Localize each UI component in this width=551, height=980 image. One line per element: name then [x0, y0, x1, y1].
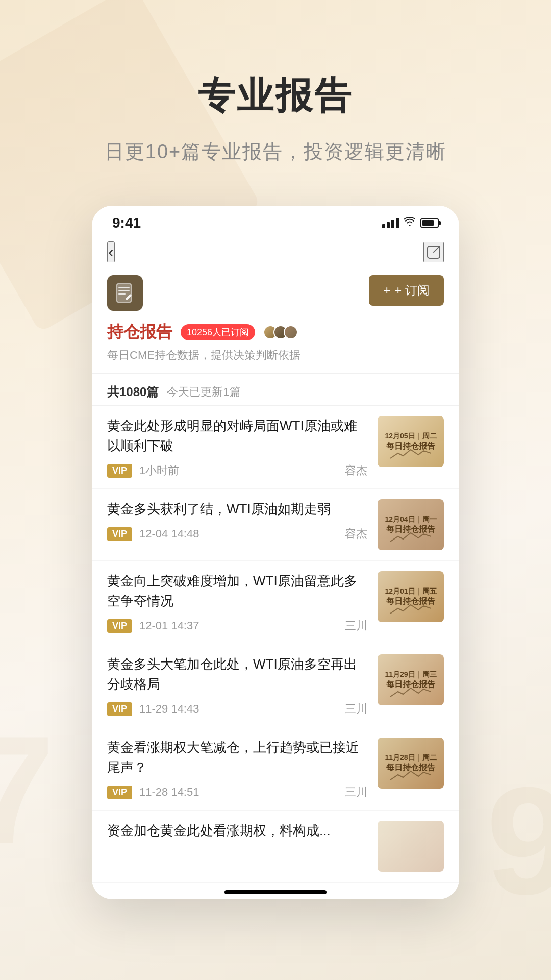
- article-content: 黄金多头获利了结，WTI原油如期走弱 VIP 12-04 14:48 容杰: [107, 499, 367, 542]
- thumb-date: 11月29日｜周三: [385, 670, 436, 679]
- subscriber-count: 10256人已订阅: [187, 326, 249, 338]
- share-button[interactable]: [423, 242, 444, 262]
- page-subtitle: 日更10+篇专业报告，投资逻辑更清晰: [105, 139, 446, 165]
- article-item[interactable]: 黄金向上突破难度增加，WTI原油留意此多空争夺情况 VIP 12-01 14:3…: [92, 561, 459, 644]
- article-thumbnail: 11月29日｜周三 每日持仓报告: [378, 654, 444, 705]
- article-meta: VIP 12-04 14:48 容杰: [107, 526, 367, 542]
- thumb-date: 12月04日｜周一: [385, 514, 436, 524]
- thumb-content: 11月29日｜周三 每日持仓报告: [378, 654, 444, 705]
- phone-mockup: 9:41 ‹: [92, 206, 459, 899]
- article-thumbnail: 12月01日｜周五 每日持仓报告: [378, 571, 444, 622]
- article-thumbnail: [378, 821, 444, 872]
- status-time: 9:41: [112, 215, 141, 231]
- article-author: 三川: [345, 785, 367, 800]
- article-thumbnail: 12月04日｜周一 每日持仓报告: [378, 499, 444, 550]
- article-title: 黄金多头大笔加仓此处，WTI原油多空再出分歧格局: [107, 654, 367, 694]
- meta-left: VIP 11-28 14:51: [107, 786, 199, 799]
- vip-badge: VIP: [107, 786, 132, 799]
- subscribe-button[interactable]: + + 订阅: [369, 275, 444, 306]
- article-time: 12-04 14:48: [139, 527, 199, 541]
- report-title-row: 持仓报告 10256人已订阅: [107, 321, 444, 344]
- article-content: 黄金多头大笔加仓此处，WTI原油多空再出分歧格局 VIP 11-29 14:43…: [107, 654, 367, 717]
- article-content: 黄金向上突破难度增加，WTI原油留意此多空争夺情况 VIP 12-01 14:3…: [107, 571, 367, 633]
- thumb-content: 12月05日｜周二 每日持仓报告: [378, 416, 444, 467]
- report-top-row: + + 订阅: [107, 275, 444, 311]
- article-time: 11-29 14:43: [139, 702, 199, 716]
- report-header: + + 订阅 持仓报告 10256人已订阅 每日CME持仓数据，提供决策判断依据: [92, 270, 459, 374]
- article-item[interactable]: 黄金多头大笔加仓此处，WTI原油多空再出分歧格局 VIP 11-29 14:43…: [92, 644, 459, 727]
- article-meta: VIP 12-01 14:37 三川: [107, 618, 367, 633]
- vip-badge: VIP: [107, 702, 132, 716]
- today-update-text: 今天已更新1篇: [167, 384, 240, 400]
- vip-badge: VIP: [107, 619, 132, 633]
- article-time: 11-28 14:51: [139, 786, 199, 799]
- article-time: 12-01 14:37: [139, 619, 199, 632]
- subscribe-label: + 订阅: [394, 282, 430, 299]
- article-item[interactable]: 黄金此处形成明显的对峙局面WTI原油或难以顺利下破 VIP 1小时前 容杰 12…: [92, 406, 459, 489]
- meta-left: VIP 11-29 14:43: [107, 702, 199, 716]
- svg-rect-1: [117, 284, 131, 302]
- avatar-3: [284, 325, 298, 339]
- article-title: 黄金此处形成明显的对峙局面WTI原油或难以顺利下破: [107, 416, 367, 456]
- back-button[interactable]: ‹: [107, 241, 115, 262]
- article-time: 1小时前: [139, 463, 179, 478]
- battery-icon: [420, 218, 439, 228]
- article-author: 三川: [345, 618, 367, 633]
- thumb-label: 每日持仓报告: [386, 763, 435, 773]
- meta-left: VIP 12-01 14:37: [107, 619, 199, 633]
- subscriber-avatars: [263, 325, 298, 339]
- article-title: 黄金看涨期权大笔减仓，上行趋势或已接近尾声？: [107, 738, 367, 777]
- article-thumbnail: 11月28日｜周二 每日持仓报告: [378, 738, 444, 789]
- article-author: 三川: [345, 701, 367, 717]
- thumb-date: 12月05日｜周二: [385, 431, 436, 440]
- vip-badge: VIP: [107, 527, 132, 541]
- report-description: 每日CME持仓数据，提供决策判断依据: [107, 348, 444, 363]
- article-title: 黄金多头获利了结，WTI原油如期走弱: [107, 499, 367, 519]
- thumb-label: 每日持仓报告: [386, 596, 435, 607]
- article-title: 黄金向上突破难度增加，WTI原油留意此多空争夺情况: [107, 571, 367, 611]
- article-meta: VIP 1小时前 容杰: [107, 463, 367, 478]
- thumb-label: 每日持仓报告: [386, 524, 435, 535]
- share-icon: [427, 245, 441, 259]
- article-content: 黄金此处形成明显的对峙局面WTI原油或难以顺利下破 VIP 1小时前 容杰: [107, 416, 367, 478]
- article-thumbnail: 12月05日｜周二 每日持仓报告: [378, 416, 444, 467]
- thumb-content: 12月04日｜周一 每日持仓报告: [378, 499, 444, 550]
- home-indicator: [224, 890, 327, 894]
- article-item[interactable]: 黄金多头获利了结，WTI原油如期走弱 VIP 12-04 14:48 容杰 12…: [92, 489, 459, 561]
- article-total-count: 共1080篇: [107, 384, 159, 400]
- status-bar: 9:41: [92, 206, 459, 236]
- thumb-content: 11月28日｜周二 每日持仓报告: [378, 738, 444, 789]
- report-icon: [107, 275, 143, 311]
- article-meta: VIP 11-28 14:51 三川: [107, 785, 367, 800]
- article-item[interactable]: 资金加仓黄金此处看涨期权，料构成...: [92, 811, 459, 883]
- page-content: 专业报告 日更10+篇专业报告，投资逻辑更清晰 9:41: [0, 0, 551, 899]
- thumb-date: 12月01日｜周五: [385, 586, 436, 596]
- subscribe-plus: +: [383, 283, 390, 298]
- article-author: 容杰: [345, 463, 367, 478]
- subscriber-badge: 10256人已订阅: [181, 324, 255, 340]
- wifi-icon: [404, 216, 415, 230]
- article-list-header: 共1080篇 今天已更新1篇: [92, 374, 459, 406]
- status-icons: [382, 216, 439, 230]
- article-author: 容杰: [345, 526, 367, 542]
- signal-icon: [382, 218, 399, 228]
- meta-left: VIP 12-04 14:48: [107, 527, 199, 541]
- page-title: 专业报告: [198, 71, 353, 120]
- meta-left: VIP 1小时前: [107, 463, 179, 478]
- nav-bar: ‹: [92, 236, 459, 270]
- thumb-content: 12月01日｜周五 每日持仓报告: [378, 571, 444, 622]
- report-title-text: 持仓报告: [107, 321, 172, 344]
- thumb-label: 每日持仓报告: [386, 679, 435, 690]
- article-content: 资金加仓黄金此处看涨期权，料构成...: [107, 821, 367, 848]
- article-meta: VIP 11-29 14:43 三川: [107, 701, 367, 717]
- vip-badge: VIP: [107, 464, 132, 478]
- thumb-date: 11月28日｜周二: [385, 753, 436, 762]
- article-title: 资金加仓黄金此处看涨期权，料构成...: [107, 821, 367, 841]
- article-content: 黄金看涨期权大笔减仓，上行趋势或已接近尾声？ VIP 11-28 14:51 三…: [107, 738, 367, 800]
- thumb-label: 每日持仓报告: [386, 441, 435, 452]
- article-item[interactable]: 黄金看涨期权大笔减仓，上行趋势或已接近尾声？ VIP 11-28 14:51 三…: [92, 727, 459, 811]
- article-list: 黄金此处形成明显的对峙局面WTI原油或难以顺利下破 VIP 1小时前 容杰 12…: [92, 406, 459, 883]
